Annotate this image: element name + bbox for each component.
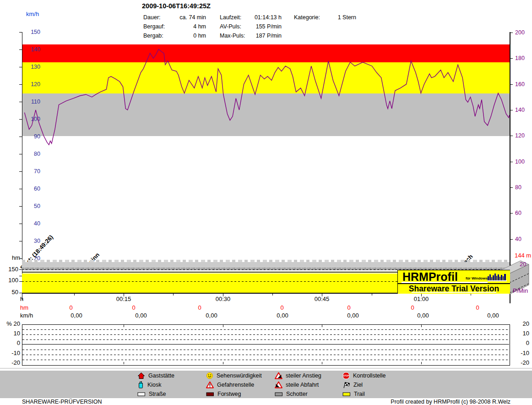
legend-item-label: Schotter (286, 391, 308, 397)
hm-row-value: 0 (342, 305, 356, 311)
gradient-right-tick-label: -10 (516, 350, 529, 356)
gradient-left-tick-label: 0 (5, 340, 20, 346)
legend-item: Straße (137, 390, 166, 398)
watermark-subtitle: für Windows (466, 276, 488, 280)
gradient-right-tick-label: 10 (516, 330, 529, 337)
right-axis-tick-label: 200 (515, 29, 525, 36)
gradient-dashed-line (22, 334, 509, 335)
hm-row-value: 0 (275, 305, 289, 311)
right-axis-tick-label: 60 (515, 210, 521, 216)
time-tick-label: 00:30 (209, 296, 237, 302)
gradient-zero-line (22, 344, 509, 345)
left-axis-tick (19, 171, 22, 172)
legend-item: Ziel (342, 381, 363, 389)
left-axis-tick-label: 50 (23, 203, 40, 209)
time-tick (372, 294, 372, 296)
time-tick-label: 00:15 (110, 296, 137, 302)
hm-row-value: 0 (193, 305, 206, 311)
legend-item-label: Gaststätte (148, 372, 174, 379)
hm-row-label: hm (20, 305, 28, 311)
speed-row-value: 0,00 (66, 312, 87, 319)
right-axis-tick-label: 80 (515, 184, 521, 191)
legend-item: Schotter (275, 390, 308, 398)
hm-tick-100: 100 (3, 277, 18, 284)
left-axis-tick (19, 241, 22, 241)
hm-row-value: 0 (127, 305, 141, 311)
stop-icon: STOP (342, 372, 350, 379)
stat-value-kategorie: 1 Stern (316, 14, 356, 21)
hm-tick-50: 50 (3, 289, 18, 296)
legend-band (0, 371, 532, 398)
left-axis-tick-label: 60 (23, 186, 40, 192)
skyline-logo-icon (488, 272, 507, 281)
right-axis-tick-label: 140 (515, 107, 525, 113)
gradient-tick-bottom (322, 362, 322, 364)
legend-item-label: steile Abfahrt (286, 382, 319, 388)
legend-item-label: Straße (149, 391, 166, 397)
shareware-status-text: SHAREWARE-PRÜFVERSION (22, 399, 102, 405)
stat-label-bergauf: Bergauf: (143, 23, 165, 30)
left-axis-tick (19, 206, 22, 207)
hm-axis-unit-label: hm (12, 255, 20, 261)
gravel-icon (275, 392, 283, 397)
speed-row-value: 0,00 (343, 312, 363, 319)
forest-road-icon (206, 392, 214, 397)
right-axis-unit-label: P/Min (513, 288, 528, 294)
legend-item-label: Sehenswürdigkeit (217, 372, 262, 379)
gradient-tick-top (421, 325, 422, 327)
credits-text: Profil created by HRMProfil (c) 98-2008 … (391, 399, 510, 405)
watermark-box: HRMProfil für Windows Shareware Trial Ve… (397, 270, 510, 294)
right-axis-tick (510, 110, 513, 110)
legend-divider (0, 368, 532, 369)
steep-descent-icon (275, 381, 282, 389)
left-axis-tick-label: 70 (23, 168, 40, 175)
legend-item: Trail (342, 390, 365, 398)
speed-row-value: 0,00 (413, 312, 433, 319)
legend-item-label: steiler Anstieg (286, 372, 321, 379)
page-title: 2009-10-06T16:49:25Z (142, 3, 211, 9)
right-axis-tick (510, 213, 513, 213)
left-axis-tick (19, 189, 22, 189)
gradient-tick-bottom (223, 362, 223, 364)
legend-item-label: Gefahrenstelle (217, 382, 254, 388)
legend-item-label: Trail (354, 391, 365, 397)
hm-tick-150: 150 (3, 266, 18, 273)
legend-item: Forstweg (206, 390, 241, 398)
danger-icon (206, 381, 214, 389)
stat-label-dauer: Dauer: (143, 14, 161, 21)
hm-row-value: 0 (406, 305, 419, 311)
speed-row-value: 0,00 (272, 312, 293, 319)
stat-value-dauer: ca. 74 min (163, 14, 206, 21)
legend-item: steiler Anstieg (275, 372, 321, 380)
time-tick (173, 294, 174, 296)
left-axis-tick-label: 80 (23, 151, 40, 157)
gradient-tick-top (124, 325, 124, 327)
gradient-dashed-line (22, 355, 509, 355)
stat-value-avpuls: 155 P/min (236, 23, 282, 30)
right-axis-tick-label: 100 (515, 159, 525, 165)
right-axis-tick (510, 33, 513, 33)
legend-item: Gaststätte (137, 372, 174, 380)
right-axis-tick-label: 120 (515, 132, 525, 139)
left-axis-tick (19, 224, 22, 224)
gradient-tick-top (322, 325, 322, 327)
speed-row-value: 0,00 (201, 312, 222, 319)
legend-item: Kiosk (137, 381, 162, 389)
hm-row-value: 0 (64, 305, 78, 311)
gradient-tick-bottom (421, 362, 422, 364)
right-axis-tick-label: 160 (515, 81, 525, 88)
legend-item: steile Abfahrt (275, 381, 319, 389)
trail-icon (342, 392, 351, 397)
house-icon (137, 372, 145, 379)
speed-row-value: 0,00 (131, 312, 151, 319)
steep-ascent-icon (275, 372, 282, 379)
gradient-left-tick-label: 10 (5, 330, 20, 337)
time-tick (74, 294, 75, 296)
pulse-line (22, 32, 510, 151)
gradient-tick-bottom (124, 362, 124, 364)
right-axis-tick (510, 84, 513, 85)
speed-row-value: 0,00 (483, 312, 503, 319)
gradient-dashed-line (22, 329, 509, 330)
right-axis-20-label: 20 (520, 261, 526, 268)
gradient-right-tick-label: 20 (516, 321, 529, 327)
